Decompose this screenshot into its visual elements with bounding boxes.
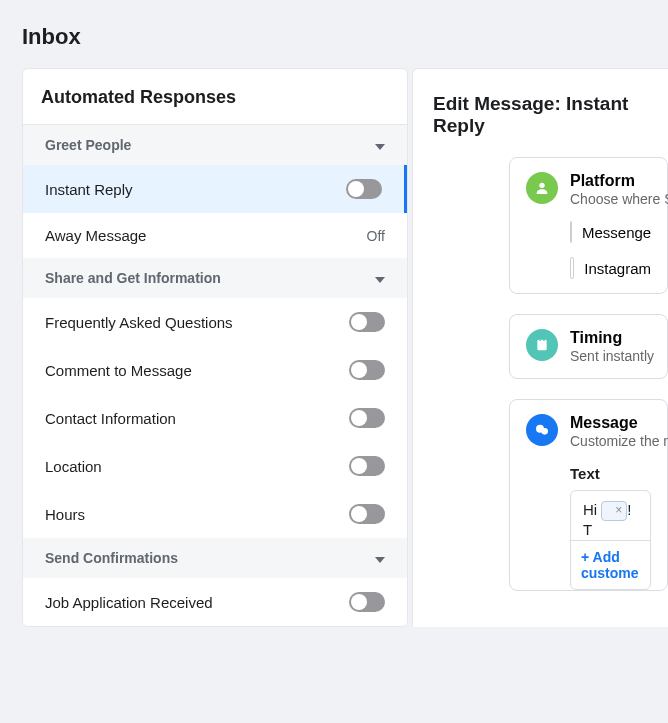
page-title: Inbox (0, 0, 668, 68)
item-label: Frequently Asked Questions (45, 314, 233, 331)
checkbox-label: Messenge (582, 224, 651, 241)
person-icon (526, 172, 558, 204)
item-job-application[interactable]: Job Application Received (23, 578, 407, 626)
item-away-message[interactable]: Away Message Off (23, 213, 407, 258)
section-label: Greet People (45, 137, 131, 153)
platform-instagram-row[interactable]: Instagram (570, 257, 651, 279)
automated-responses-card: Automated Responses Greet People Instant… (22, 68, 408, 627)
platform-title: Platform (570, 172, 668, 190)
section-label: Share and Get Information (45, 270, 221, 286)
panel-title: Edit Message: Instant Reply (433, 93, 668, 137)
chevron-down-icon (375, 270, 385, 286)
svg-rect-3 (543, 338, 544, 341)
item-label: Instant Reply (45, 181, 133, 198)
svg-rect-1 (537, 340, 546, 351)
toggle-faq[interactable] (349, 312, 385, 332)
item-location[interactable]: Location (23, 442, 407, 490)
item-label: Comment to Message (45, 362, 192, 379)
variable-chip[interactable]: × (601, 501, 627, 521)
item-instant-reply[interactable]: Instant Reply (23, 165, 407, 213)
card-title: Automated Responses (23, 69, 407, 125)
svg-rect-2 (539, 338, 540, 341)
checkbox-label: Instagram (584, 260, 651, 277)
checkbox-messenger[interactable] (570, 221, 572, 243)
section-share-info[interactable]: Share and Get Information (23, 258, 407, 298)
platform-block: Platform Choose where S Messenge Instagr… (509, 157, 668, 294)
message-title: Message (570, 414, 668, 432)
checkbox-instagram[interactable] (570, 257, 574, 279)
item-label: Contact Information (45, 410, 176, 427)
section-greet-people[interactable]: Greet People (23, 125, 407, 165)
toggle-contact-info[interactable] (349, 408, 385, 428)
edit-message-panel: Edit Message: Instant Reply Platform Cho… (412, 68, 668, 627)
item-label: Job Application Received (45, 594, 213, 611)
timing-block: Timing Sent instantly (509, 314, 668, 379)
svg-point-5 (541, 428, 548, 435)
toggle-instant-reply[interactable] (346, 179, 382, 199)
item-hours[interactable]: Hours (23, 490, 407, 538)
timing-title: Timing (570, 329, 654, 347)
item-label: Away Message (45, 227, 146, 244)
chip-remove-icon[interactable]: × (615, 503, 622, 517)
message-block: Message Customize the m Text Hi ×! T + A… (509, 399, 668, 591)
platform-messenger-row[interactable]: Messenge (570, 221, 651, 243)
item-comment-to-message[interactable]: Comment to Message (23, 346, 407, 394)
clock-icon (526, 329, 558, 361)
item-faq[interactable]: Frequently Asked Questions (23, 298, 407, 346)
toggle-job-application[interactable] (349, 592, 385, 612)
status-badge: Off (367, 228, 385, 244)
add-customer-link[interactable]: + Add custome (571, 540, 650, 589)
item-contact-info[interactable]: Contact Information (23, 394, 407, 442)
section-label: Send Confirmations (45, 550, 178, 566)
toggle-location[interactable] (349, 456, 385, 476)
chat-icon (526, 414, 558, 446)
toggle-comment-to-message[interactable] (349, 360, 385, 380)
timing-sub: Sent instantly (570, 348, 654, 364)
chevron-down-icon (375, 550, 385, 566)
message-text-label: Text (570, 465, 651, 482)
svg-point-0 (539, 183, 544, 188)
toggle-hours[interactable] (349, 504, 385, 524)
message-text-prefix: Hi (583, 501, 601, 518)
message-sub: Customize the m (570, 433, 668, 449)
platform-sub: Choose where S (570, 191, 668, 207)
item-label: Hours (45, 506, 85, 523)
chevron-down-icon (375, 137, 385, 153)
item-label: Location (45, 458, 102, 475)
message-text-input[interactable]: Hi ×! T + Add custome (570, 490, 651, 590)
section-send-confirmations[interactable]: Send Confirmations (23, 538, 407, 578)
